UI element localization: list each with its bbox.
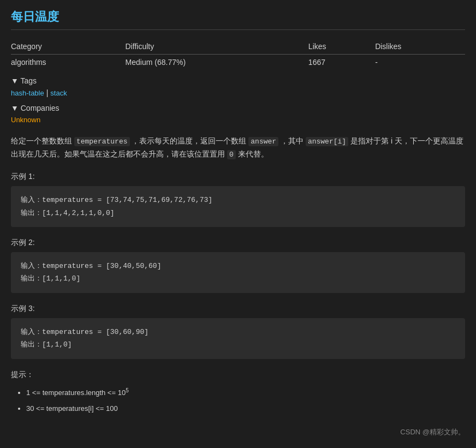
- tags-container: hash-table | stack: [11, 88, 465, 97]
- example-3-title: 示例 3:: [11, 304, 465, 314]
- tag-separator: |: [46, 88, 49, 97]
- cell-difficulty: Medium (68.77%): [126, 55, 308, 70]
- example-2-input-code: temperatures = [30,40,50,60]: [42, 262, 161, 270]
- example-2-input: 输入：temperatures = [30,40,50,60]: [21, 260, 455, 272]
- example-1-input-code: temperatures = [73,74,75,71,69,72,76,73]: [42, 196, 212, 204]
- example-1-title: 示例 1:: [11, 172, 465, 182]
- tag-stack[interactable]: stack: [50, 89, 67, 97]
- desc-code-answer: answer: [248, 137, 278, 146]
- example-2-output-code: [1,1,1,0]: [42, 274, 80, 283]
- table-row: algorithms Medium (68.77%) 1667 -: [11, 55, 465, 70]
- company-value: Unknown: [11, 116, 465, 124]
- companies-title: ▼ Companies: [11, 104, 465, 112]
- hint-2-text: 30 <= temperatures[i] <= 100: [26, 404, 118, 413]
- example-3-block: 输入：temperatures = [30,60,90] 输出：[1,1,0]: [11, 318, 465, 359]
- desc-code-temperatures: temperatures: [74, 137, 130, 146]
- desc-code-answer-i: answer[i]: [306, 137, 348, 146]
- hint-item-2: 30 <= temperatures[i] <= 100: [26, 402, 465, 416]
- cell-dislikes: -: [375, 55, 465, 70]
- col-likes: Likes: [308, 39, 375, 55]
- hint-1-sup: 5: [126, 387, 129, 393]
- example-2-title: 示例 2:: [11, 238, 465, 248]
- hint-1-text: 1 <= temperatures.length <= 105: [26, 389, 129, 397]
- example-3-input: 输入：temperatures = [30,60,90]: [21, 326, 455, 338]
- example-1-output-code: [1,1,4,2,1,1,0,0]: [42, 209, 115, 217]
- example-2-output: 输出：[1,1,1,0]: [21, 272, 455, 285]
- col-category: Category: [11, 39, 126, 55]
- hints-title: 提示：: [11, 370, 465, 380]
- col-dislikes: Dislikes: [375, 39, 465, 55]
- example-2-block: 输入：temperatures = [30,40,50,60] 输出：[1,1,…: [11, 252, 465, 293]
- hints-list: 1 <= temperatures.length <= 105 30 <= te…: [11, 385, 465, 416]
- problem-description: 给定一个整数数组 temperatures ，表示每天的温度，返回一个数组 an…: [11, 135, 465, 161]
- tags-section: ▼ Tags hash-table | stack: [11, 76, 465, 97]
- cell-category: algorithms: [11, 55, 126, 70]
- companies-section: ▼ Companies Unknown: [11, 104, 465, 124]
- tag-hash-table[interactable]: hash-table: [11, 89, 44, 97]
- example-1-input: 输入：temperatures = [73,74,75,71,69,72,76,…: [21, 194, 455, 206]
- col-difficulty: Difficulty: [126, 39, 308, 55]
- meta-table: Category Difficulty Likes Dislikes algor…: [11, 39, 465, 70]
- cell-likes: 1667: [308, 55, 375, 70]
- example-3-output: 输出：[1,1,0]: [21, 338, 455, 351]
- hints-section: 提示： 1 <= temperatures.length <= 105 30 <…: [11, 370, 465, 416]
- watermark: CSDN @精彩文帅。: [400, 427, 465, 437]
- example-3-output-code: [1,1,0]: [42, 341, 72, 349]
- example-3-input-code: temperatures = [30,60,90]: [42, 328, 148, 336]
- example-1-output: 输出：[1,1,4,2,1,1,0,0]: [21, 207, 455, 219]
- example-1-block: 输入：temperatures = [73,74,75,71,69,72,76,…: [11, 186, 465, 227]
- page-title: 每日温度: [11, 9, 465, 30]
- desc-code-zero: 0: [227, 150, 236, 159]
- hint-item-1: 1 <= temperatures.length <= 105: [26, 385, 465, 400]
- tags-title: ▼ Tags: [11, 76, 465, 85]
